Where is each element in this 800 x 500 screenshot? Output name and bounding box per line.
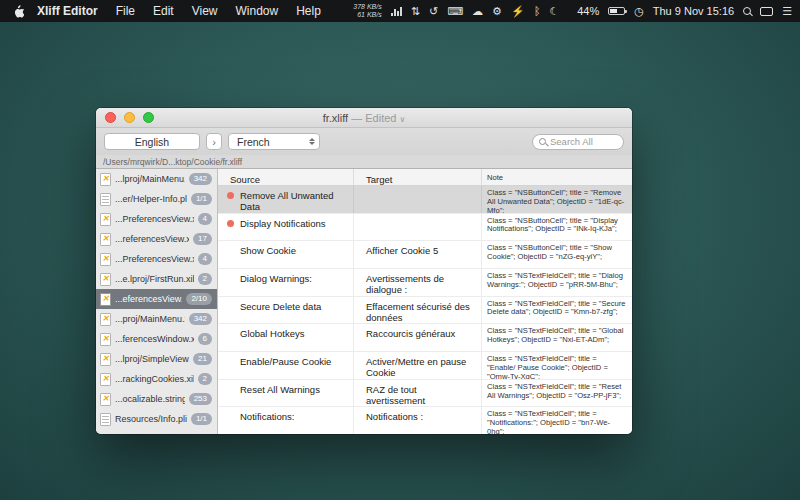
target-cell[interactable] [353,186,481,213]
zoom-button[interactable] [143,112,154,123]
status-icons: ⇅↺⌨☁⚙⚡ᛒ☾ [411,4,568,18]
menu-bar-clock[interactable]: Thu 9 Nov 15:16 [653,5,734,17]
search-field[interactable] [532,134,624,150]
table-row[interactable]: Show CookieAfficher Cookie 5Class = "NSB… [218,241,632,269]
table-row[interactable]: Reset All WarningsRAZ de tout avertissem… [218,380,632,408]
table-row[interactable]: Dialog Warnings:Avertissements de dialog… [218,269,632,297]
table-row[interactable]: Global HotkeysRaccourcis générauxClass =… [218,324,632,352]
menu-help[interactable]: Help [287,4,330,18]
target-cell[interactable]: Avertissements de dialogue : [353,269,481,296]
count-badge: 2 [198,373,212,385]
sidebar-item[interactable]: ✕...PreferencesView.xib4 [96,209,217,229]
target-cell[interactable]: Raccourcis généraux [353,324,481,351]
menu-xliff-editor[interactable]: Xliff Editor [28,4,107,18]
source-text: Show Cookie [240,245,296,256]
clock-icon[interactable]: ◷ [634,5,644,18]
xib-file-icon: ✕ [100,173,111,186]
column-header-source[interactable]: Source [218,169,353,185]
source-cell: Dialog Warnings: [218,269,353,296]
table-row[interactable]: Notifications:Notifications :Class = "NS… [218,407,632,434]
sidebar-item[interactable]: ✕...referencesView.xib17 [96,229,217,249]
network-speed[interactable]: 378 KB/s 61 KB/s [353,3,381,19]
source-cell: Secure Delete data [218,297,353,324]
menu-window[interactable]: Window [227,4,288,18]
source-language-button[interactable]: English [104,133,200,150]
target-cell[interactable]: Afficher Cookie 5 [353,241,481,268]
display-icon[interactable] [760,7,773,16]
sidebar-item-label: ...referencesView.xib [115,234,189,244]
spotlight-icon[interactable] [743,7,751,15]
menu-edit[interactable]: Edit [144,4,183,18]
sidebar-item[interactable]: ✕...ferencesWindow.xib6 [96,329,217,349]
sidebar-item-label: ...er/Helper-Info.plist [115,194,187,204]
target-cell[interactable]: Activer/Mettre en pause Cookie [353,352,481,379]
battery-icon[interactable] [608,7,625,15]
apple-menu[interactable] [8,5,28,18]
sidebar-item[interactable]: ✕...lproj/MainMenu.xib342 [96,169,217,189]
menu-file[interactable]: File [107,4,144,18]
table-row[interactable]: Remove All Unwanted DataClass = "NSButto… [218,186,632,214]
bluetooth-icon[interactable]: ᛒ [534,5,541,17]
xib-file-icon: ✕ [100,273,111,286]
updown-arrows-icon[interactable]: ⇅ [411,5,420,17]
sidebar-item-label: Resources/Info.plist [115,414,187,424]
search-input[interactable] [550,136,617,147]
sidebar-item-label: ...lproj/SimpleView.xib [115,354,189,364]
sidebar-item[interactable]: ✕...PreferencesView.xib4 [96,249,217,269]
language-disclosure-button[interactable]: › [206,133,222,150]
sidebar-item-label: ...eferencesView.xib [115,294,182,304]
sidebar-item[interactable]: ...er/Helper-Info.plist1/1 [96,189,217,209]
network-graph-icon[interactable] [391,6,402,16]
search-icon [539,138,546,145]
target-cell[interactable] [353,214,481,241]
count-badge: 253 [189,393,212,405]
path-bar: /Users/mrqwirk/D...ktop/Cookie/fr.xliff [96,155,632,169]
menu-view[interactable]: View [183,4,227,18]
note-cell: Class = "NSButtonCell"; title = "Display… [481,214,632,241]
sidebar-item[interactable]: ✕...e.lproj/FirstRun.xib2 [96,269,217,289]
table-row[interactable]: Secure Delete dataEffacement sécurisé de… [218,297,632,325]
column-header-note[interactable]: Note [481,169,632,185]
edited-label: — Edited [351,112,396,124]
title-chevron-icon[interactable]: ∨ [400,115,406,124]
count-badge: 4 [198,213,212,225]
sidebar-item[interactable]: ✕...eferencesView.xib2/10 [96,289,217,309]
source-text: Global Hotkeys [240,328,304,339]
table-row[interactable]: Display NotificationsClass = "NSButtonCe… [218,214,632,242]
sidebar-item[interactable]: ✕...proj/MainMenu.xib342 [96,309,217,329]
bolt-icon[interactable]: ⚡ [511,5,525,17]
xib-file-icon: ✕ [100,393,111,406]
column-header-target[interactable]: Target [353,169,481,185]
keyboard-icon[interactable]: ⌨ [447,5,463,17]
count-badge: 6 [198,333,212,345]
chevron-right-icon: › [212,136,216,148]
sidebar-item[interactable]: ✕...ocalizable.strings253 [96,389,217,409]
close-button[interactable] [105,112,116,123]
xliff-editor-window: fr.xliff — Edited ∨ English › French /Us… [96,108,632,434]
xib-file-icon: ✕ [100,293,111,306]
cloud-icon[interactable]: ☁ [472,5,483,17]
count-badge: 1/1 [191,413,212,425]
sidebar-item[interactable]: ✕...lproj/SimpleView.xib21 [96,349,217,369]
note-cell: Class = "NSTextFieldCell"; title = "Secu… [481,297,632,324]
sidebar-item[interactable]: ✕...rackingCookies.xib2 [96,369,217,389]
target-cell[interactable]: Notifications : [353,407,481,434]
time-machine-icon[interactable]: ↺ [429,5,438,17]
gear-icon[interactable]: ⚙ [492,5,502,17]
target-cell[interactable]: RAZ de tout avertissement [353,380,481,407]
title-bar[interactable]: fr.xliff — Edited ∨ [96,108,632,128]
notification-center-icon[interactable]: ☰ [782,5,792,18]
source-cell: Reset All Warnings [218,380,353,407]
xib-file-icon: ✕ [100,233,111,246]
sidebar-item[interactable]: Resources/Info.plist1/1 [96,409,217,429]
xib-file-icon: ✕ [100,333,111,346]
source-cell: Enable/Pause Cookie [218,352,353,379]
sidebar-item-label: ...PreferencesView.xib [115,214,194,224]
table-row[interactable]: Enable/Pause CookieActiver/Mettre en pau… [218,352,632,380]
net-up-speed: 378 KB/s [353,3,381,11]
moon-icon[interactable]: ☾ [549,5,559,17]
note-cell: Class = "NSTextFieldCell"; title = "Enab… [481,352,632,379]
minimize-button[interactable] [124,112,135,123]
target-language-popup[interactable]: French [228,133,320,150]
target-cell[interactable]: Effacement sécurisé des données [353,297,481,324]
